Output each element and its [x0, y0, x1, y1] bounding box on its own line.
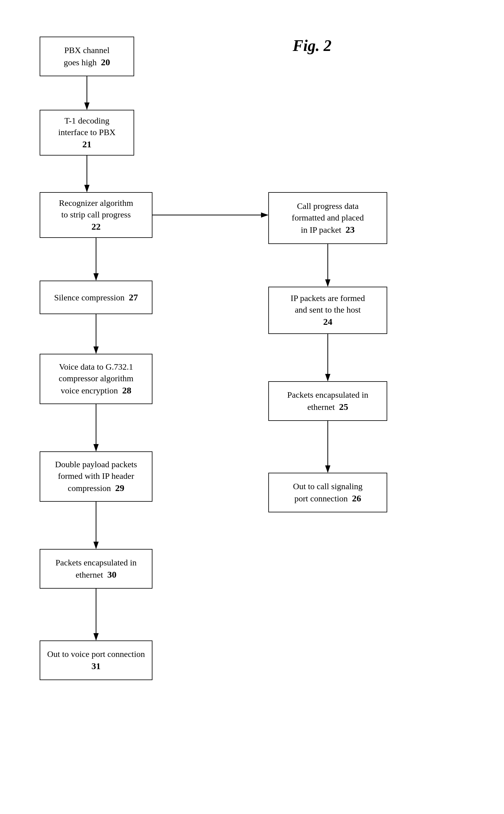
box-20-label: PBX channelgoes high 20 — [64, 45, 110, 68]
box-30: Packets encapsulated inethernet 30 — [40, 549, 152, 589]
box-24-label: IP packets are formedand sent to the hos… — [291, 292, 365, 328]
box-28-label: Voice data to G.732.1compressor algorith… — [59, 361, 134, 396]
box-21: T-1 decodinginterface to PBX21 — [40, 110, 134, 156]
box-25-label: Packets encapsulated inethernet 25 — [287, 389, 368, 413]
box-31-label: Out to voice port connection31 — [47, 648, 145, 672]
box-27-label: Silence compression 27 — [54, 291, 138, 304]
box-29-label: Double payload packetsformed with IP hea… — [55, 459, 137, 494]
box-31: Out to voice port connection31 — [40, 640, 152, 680]
box-23: Call progress dataformatted and placedin… — [268, 192, 387, 244]
box-25: Packets encapsulated inethernet 25 — [268, 381, 387, 421]
box-30-label: Packets encapsulated inethernet 30 — [55, 557, 137, 581]
box-22-label: Recognizer algorithmto strip call progre… — [59, 197, 133, 233]
box-26-label: Out to call signalingport connection 26 — [293, 481, 363, 504]
box-29: Double payload packetsformed with IP hea… — [40, 451, 152, 502]
flowchart: Fig. 2 — [18, 18, 488, 805]
box-23-label: Call progress dataformatted and placedin… — [292, 200, 364, 236]
page: Fig. 2 — [0, 0, 504, 814]
box-24: IP packets are formedand sent to the hos… — [268, 287, 387, 334]
box-27: Silence compression 27 — [40, 281, 152, 314]
box-21-label: T-1 decodinginterface to PBX21 — [58, 115, 116, 150]
box-20: PBX channelgoes high 20 — [40, 37, 134, 76]
figure-title: Fig. 2 — [293, 37, 331, 55]
box-28: Voice data to G.732.1compressor algorith… — [40, 354, 152, 404]
box-26: Out to call signalingport connection 26 — [268, 473, 387, 512]
box-22: Recognizer algorithmto strip call progre… — [40, 192, 152, 238]
